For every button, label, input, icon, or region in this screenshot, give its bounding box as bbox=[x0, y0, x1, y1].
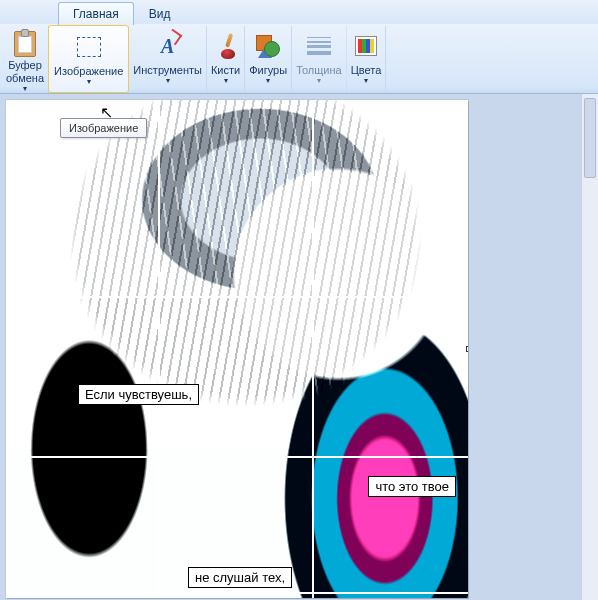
ribbon-group-shapes[interactable]: Фигуры ▾ bbox=[245, 26, 292, 93]
workspace: Если чувствуешь, что это твое не слушай … bbox=[0, 94, 598, 600]
color-palette-icon bbox=[355, 36, 377, 56]
ribbon-group-thickness: Толщина ▾ bbox=[292, 26, 347, 93]
canvas[interactable]: Если чувствуешь, что это твое не слушай … bbox=[6, 100, 468, 598]
brush-icon bbox=[215, 33, 237, 59]
text-tool-icon: A bbox=[161, 35, 174, 58]
scrollbar-thumb[interactable] bbox=[584, 98, 596, 178]
chevron-down-icon: ▾ bbox=[317, 76, 321, 85]
shapes-icon bbox=[256, 35, 280, 57]
tab-view[interactable]: Вид bbox=[134, 2, 186, 25]
ribbon-group-brushes[interactable]: Кисти ▾ bbox=[207, 26, 245, 93]
ribbon-group-colors[interactable]: Цвета ▾ bbox=[347, 26, 387, 93]
image-caption-1: Если чувствуешь, bbox=[78, 384, 199, 405]
image-caption-3: не слушай тех, bbox=[188, 567, 292, 588]
canvas-image bbox=[6, 100, 468, 598]
ribbon-group-tools[interactable]: A Инструменты ▾ bbox=[129, 26, 207, 93]
chevron-down-icon: ▾ bbox=[224, 76, 228, 85]
ribbon-group-clipboard[interactable]: Буфер обмена ▾ bbox=[2, 26, 49, 93]
chevron-down-icon: ▾ bbox=[23, 84, 27, 93]
ribbon-label-clipboard: Буфер обмена bbox=[6, 59, 44, 85]
ribbon-tabs: Главная Вид bbox=[0, 0, 598, 24]
clipboard-icon bbox=[14, 31, 36, 57]
select-rect-icon bbox=[77, 37, 101, 57]
ribbon: Буфер обмена ▾ Изображение ▾ A Инструмен… bbox=[0, 24, 598, 94]
tooltip-image-group: Изображение bbox=[60, 118, 147, 138]
chevron-down-icon: ▾ bbox=[87, 77, 91, 86]
resize-handle-right[interactable] bbox=[466, 346, 468, 352]
chevron-down-icon: ▾ bbox=[166, 76, 170, 85]
ribbon-group-image[interactable]: Изображение ▾ bbox=[48, 25, 129, 93]
image-caption-2: что это твое bbox=[368, 476, 456, 497]
chevron-down-icon: ▾ bbox=[364, 76, 368, 85]
chevron-down-icon: ▾ bbox=[266, 76, 270, 85]
line-weight-icon bbox=[307, 37, 331, 55]
tab-main[interactable]: Главная bbox=[58, 2, 134, 25]
vertical-scrollbar[interactable] bbox=[581, 94, 598, 600]
